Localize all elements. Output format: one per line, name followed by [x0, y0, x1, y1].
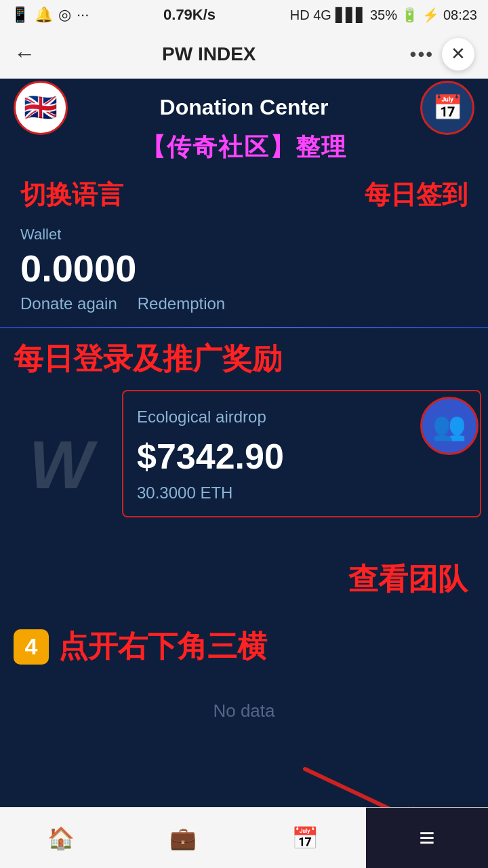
step4-text: 点开右下角三横	[58, 627, 267, 667]
wallet-actions: Donate again Redemption	[20, 294, 468, 313]
donate-again-button[interactable]: Donate again	[20, 294, 117, 313]
menu-icon: ≡	[419, 823, 434, 853]
chinese-subtitle: 【传奇社区】整理	[0, 127, 488, 171]
close-icon: ✕	[451, 43, 466, 64]
calendar-nav-icon: 📅	[291, 825, 319, 851]
nav-home[interactable]: 🏠	[0, 825, 122, 851]
wallet-section: Wallet 0.0000 Donate again Redemption	[0, 212, 488, 313]
donation-header: 🇬🇧 Donation Center 📅	[0, 79, 488, 127]
nav-menu[interactable]: ≡	[366, 808, 488, 868]
view-team-label: 查看团队	[348, 562, 468, 595]
language-switch-label: 切换语言	[20, 178, 123, 212]
redemption-button[interactable]: Redemption	[138, 294, 225, 313]
wallet-amount: 0.0000	[20, 246, 468, 290]
main-content: 🇬🇧 Donation Center 📅 【传奇社区】整理 切换语言 每日签到 …	[0, 79, 488, 868]
daily-checkin-button[interactable]: 📅	[420, 81, 474, 135]
airdrop-amount: $7342.90	[137, 436, 466, 477]
view-team-button[interactable]: 👥	[420, 397, 479, 455]
left-logo: W	[7, 390, 115, 539]
status-left: 📱 🔔 ◎ ···	[11, 6, 89, 24]
battery-icon: 🔋	[401, 7, 418, 23]
home-icon: 🏠	[47, 825, 75, 851]
nav-calendar[interactable]: 📅	[244, 825, 366, 851]
battery-level: 35%	[370, 7, 397, 23]
step4-number: 4	[25, 633, 38, 660]
flag-icon: 🇬🇧	[24, 92, 58, 123]
dots-icon: ···	[77, 6, 89, 24]
step4-banner: 4 点开右下角三横	[0, 620, 488, 673]
nav-briefcase[interactable]: 💼	[122, 825, 244, 851]
airdrop-eth: 30.3000 ETH	[137, 484, 466, 502]
network-speed: 0.79K/s	[163, 6, 216, 24]
network-type: HD 4G	[290, 7, 331, 23]
status-bar: 📱 🔔 ◎ ··· 0.79K/s HD 4G ▋▋▋ 35% 🔋 ⚡ 08:2…	[0, 0, 488, 30]
page-title: PW INDEX	[49, 43, 369, 65]
back-button[interactable]: ←	[14, 41, 35, 66]
donation-title: Donation Center	[160, 95, 329, 120]
daily-login-label: 每日登录及推广奖励	[0, 328, 488, 390]
w-icon: W	[29, 426, 93, 504]
bottom-nav: 🏠 💼 📅 ≡	[0, 807, 488, 868]
no-data-label: No data	[0, 673, 488, 735]
team-icon: 👥	[432, 410, 466, 442]
card-area: W Ecological airdrop $7342.90 30.3000 ET…	[0, 390, 488, 566]
calendar-icon: 📅	[432, 94, 463, 122]
clock: 08:23	[443, 7, 477, 23]
more-options-button[interactable]: •••	[410, 43, 434, 65]
location-icon: ◎	[58, 6, 71, 24]
notification-icon: 🔔	[35, 6, 53, 24]
briefcase-icon: 💼	[169, 825, 197, 851]
sim-icon: 📱	[11, 6, 29, 24]
daily-checkin-label: 每日签到	[365, 178, 468, 212]
airdrop-label: Ecological airdrop	[137, 408, 466, 427]
signal-bars: ▋▋▋	[336, 7, 366, 23]
close-button[interactable]: ✕	[442, 38, 474, 71]
lightning-icon: ⚡	[422, 7, 439, 23]
status-right: HD 4G ▋▋▋ 35% 🔋 ⚡ 08:23	[290, 7, 477, 23]
annotation-row-top: 切换语言 每日签到	[0, 178, 488, 212]
language-switch-button[interactable]: 🇬🇧	[14, 81, 68, 135]
nav-bar: ← PW INDEX ••• ✕	[0, 30, 488, 79]
wallet-label: Wallet	[20, 226, 468, 243]
nav-actions: ••• ✕	[410, 38, 474, 71]
step4-badge: 4	[14, 629, 49, 665]
